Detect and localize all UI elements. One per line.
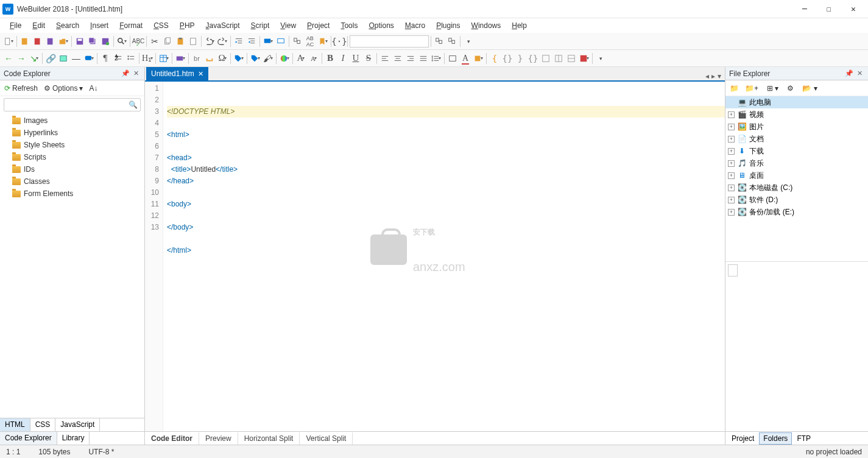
close-tab-icon[interactable]: ✕ bbox=[198, 70, 203, 78]
strike-icon[interactable]: S bbox=[362, 52, 375, 65]
paragraph-icon[interactable]: ¶ bbox=[99, 52, 111, 65]
line-spacing-icon[interactable] bbox=[430, 52, 442, 65]
font-icon[interactable]: A bbox=[295, 52, 307, 65]
link-icon[interactable]: 🔗 bbox=[44, 52, 57, 65]
forward-icon[interactable]: → bbox=[15, 52, 27, 65]
italic-icon[interactable]: I bbox=[337, 52, 349, 65]
image-icon[interactable] bbox=[57, 52, 69, 65]
menu-macro[interactable]: Macro bbox=[400, 19, 430, 32]
pin-icon[interactable]: 📌 bbox=[845, 69, 853, 77]
tab-next-icon[interactable]: ▸ bbox=[711, 72, 715, 80]
file-tree-item[interactable]: +🎬视频 bbox=[725, 108, 868, 121]
replace-icon[interactable]: ABAC bbox=[304, 35, 316, 48]
align-left-icon[interactable] bbox=[379, 52, 391, 65]
comment-icon[interactable] bbox=[262, 35, 274, 48]
tree-item[interactable]: IDs bbox=[0, 163, 144, 175]
tab-folders[interactable]: Folders bbox=[759, 432, 792, 445]
html-file-icon[interactable] bbox=[19, 35, 31, 48]
redo-icon[interactable] bbox=[216, 35, 228, 48]
folder-up-icon[interactable]: 📁 bbox=[728, 83, 741, 94]
tab-prev-icon[interactable]: ◂ bbox=[705, 72, 709, 80]
omega-icon[interactable]: Ω bbox=[216, 52, 228, 65]
tree-item[interactable]: Classes bbox=[0, 175, 144, 188]
encoding[interactable]: UTF-8 * bbox=[88, 448, 114, 456]
options-button[interactable]: ⚙ Options ▾ bbox=[42, 83, 85, 94]
outdent-icon[interactable] bbox=[245, 35, 258, 48]
find-next-icon[interactable] bbox=[433, 35, 445, 48]
menu-search[interactable]: Search bbox=[51, 19, 84, 32]
bookmark-icon[interactable] bbox=[317, 35, 329, 48]
file-tree-item[interactable]: +📄文档 bbox=[725, 133, 868, 145]
align-center-icon[interactable] bbox=[392, 52, 404, 65]
ul-icon[interactable] bbox=[125, 52, 137, 65]
braces2-icon[interactable]: {} bbox=[527, 52, 539, 65]
tree-item[interactable]: Scripts bbox=[0, 151, 144, 163]
file-tree-item[interactable]: +⬇下载 bbox=[725, 145, 868, 157]
tab-project[interactable]: Project bbox=[728, 433, 758, 444]
tree-item[interactable]: Style Sheets bbox=[0, 139, 144, 151]
tab-library[interactable]: Library bbox=[57, 432, 90, 445]
spellcheck-icon[interactable]: ABC✓ bbox=[132, 35, 144, 48]
menu-javascript[interactable]: JavaScript bbox=[201, 19, 245, 32]
tab-ftp[interactable]: FTP bbox=[793, 433, 814, 444]
tab-javascript[interactable]: JavaScript bbox=[55, 418, 100, 431]
pin-icon[interactable]: 📌 bbox=[121, 69, 130, 77]
open-file-icon[interactable] bbox=[57, 35, 69, 48]
nbsp-icon[interactable] bbox=[203, 52, 216, 65]
new-file-icon[interactable] bbox=[2, 35, 15, 48]
tab-code-editor[interactable]: Code Editor bbox=[145, 432, 199, 445]
menu-tools[interactable]: Tools bbox=[336, 19, 362, 32]
color-wheel-icon[interactable] bbox=[278, 52, 291, 65]
tab-code-explorer[interactable]: Code Explorer bbox=[0, 432, 57, 445]
find-prev-icon[interactable] bbox=[446, 35, 458, 48]
tree-item[interactable]: Images bbox=[0, 114, 144, 127]
close-panel-icon[interactable]: ✕ bbox=[133, 69, 139, 77]
code-editor[interactable]: 12345678910111213 <!DOCTYPE HTML> <html>… bbox=[145, 82, 725, 431]
copy-icon[interactable] bbox=[161, 35, 174, 48]
file-tree-item[interactable]: +🖼️图片 bbox=[725, 121, 868, 133]
layout2-icon[interactable] bbox=[552, 52, 565, 65]
chevron-down-icon[interactable]: ▾ bbox=[462, 35, 475, 48]
form-icon[interactable] bbox=[174, 52, 186, 65]
tab-html[interactable]: HTML bbox=[0, 418, 30, 431]
file-tree-item[interactable]: +🎵音乐 bbox=[725, 157, 868, 169]
new-folder-icon[interactable]: 📁+ bbox=[743, 83, 760, 94]
paint-icon[interactable] bbox=[249, 52, 261, 65]
refresh-button[interactable]: ⟳ Refresh bbox=[2, 83, 40, 94]
tab-css[interactable]: CSS bbox=[30, 418, 56, 431]
menu-plugins[interactable]: Plugins bbox=[431, 19, 465, 32]
cut-icon[interactable]: ✂ bbox=[149, 35, 161, 48]
close-panel-icon[interactable]: ✕ bbox=[857, 69, 863, 77]
speech-icon[interactable] bbox=[83, 52, 95, 65]
maximize-button[interactable]: ☐ bbox=[817, 1, 841, 18]
font-color-icon[interactable]: A bbox=[459, 52, 471, 65]
brace-left-icon[interactable]: { bbox=[489, 52, 501, 65]
font-size-icon[interactable]: A bbox=[308, 52, 320, 65]
table-icon[interactable] bbox=[158, 52, 170, 65]
div-icon[interactable] bbox=[446, 52, 459, 65]
menu-windows[interactable]: Windows bbox=[467, 19, 506, 32]
tab-preview[interactable]: Preview bbox=[199, 432, 238, 445]
brace-right-icon[interactable]: } bbox=[514, 52, 526, 65]
css-file-icon[interactable] bbox=[32, 35, 44, 48]
file-tree-item[interactable]: +💽本地磁盘 (C:) bbox=[725, 181, 868, 194]
undo-icon[interactable] bbox=[203, 35, 216, 48]
php-file-icon[interactable] bbox=[44, 35, 57, 48]
menu-format[interactable]: Format bbox=[115, 19, 147, 32]
validate-icon[interactable] bbox=[578, 52, 590, 65]
brush-icon[interactable]: 🖌 bbox=[262, 52, 274, 65]
bold-icon[interactable]: B bbox=[324, 52, 336, 65]
layout1-icon[interactable] bbox=[540, 52, 552, 65]
save-as-icon[interactable] bbox=[99, 35, 111, 48]
clipboard-icon[interactable] bbox=[187, 35, 199, 48]
save-icon[interactable] bbox=[74, 35, 86, 48]
menu-options[interactable]: Options bbox=[364, 19, 398, 32]
menu-file[interactable]: File bbox=[5, 19, 26, 32]
nav-icon[interactable]: ↘ bbox=[28, 52, 40, 65]
tree-item[interactable]: Form Elements bbox=[0, 188, 144, 200]
file-tree-item[interactable]: +💽备份/加载 (E:) bbox=[725, 206, 868, 218]
find-in-files-icon[interactable] bbox=[291, 35, 303, 48]
minimize-button[interactable]: ─ bbox=[792, 1, 817, 18]
view-icon[interactable]: ⊞ ▾ bbox=[765, 83, 780, 94]
search-input[interactable]: 🔍 bbox=[4, 98, 141, 111]
